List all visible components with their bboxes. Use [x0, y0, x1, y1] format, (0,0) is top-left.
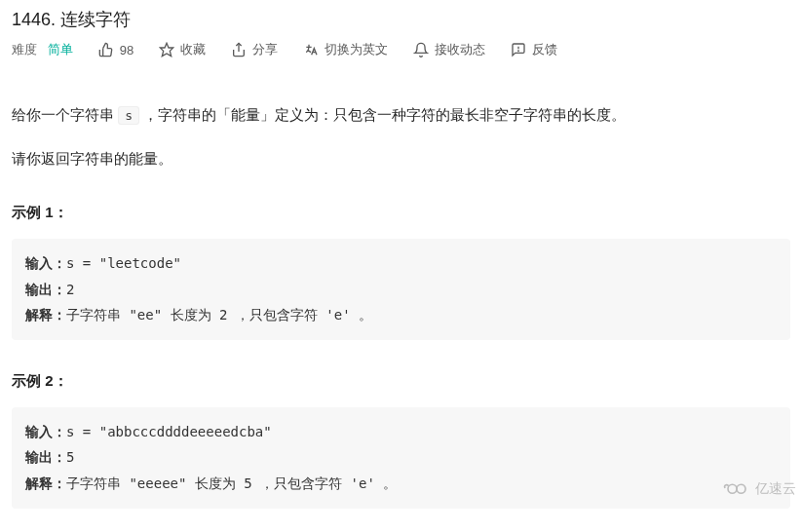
explain-value: 子字符串 "ee" 长度为 2 ，只包含字符 'e' 。 [66, 307, 372, 323]
input-label: 输入： [25, 255, 66, 271]
output-value: 5 [66, 449, 74, 465]
feedback-label: 反馈 [532, 41, 557, 58]
watermark-text: 亿速云 [755, 480, 796, 498]
difficulty-value: 简单 [48, 42, 73, 57]
feedback-icon [511, 42, 526, 57]
watermark: 亿速云 [722, 478, 796, 501]
subscribe-button[interactable]: 接收动态 [413, 41, 485, 58]
favorite-label: 收藏 [180, 41, 206, 58]
p1-prefix: 给你一个字符串 [12, 106, 118, 123]
problem-description: 给你一个字符串 s ，字符串的「能量」定义为：只包含一种字符的最长非空子字符串的… [12, 74, 790, 509]
svg-point-4 [728, 484, 737, 493]
watermark-logo-icon [722, 478, 751, 501]
explain-label: 解释： [25, 475, 66, 491]
output-label: 输出： [25, 449, 66, 465]
like-count: 98 [120, 43, 134, 57]
like-button[interactable]: 98 [98, 42, 134, 57]
share-icon [231, 42, 247, 57]
explain-value: 子字符串 "eeeee" 长度为 5 ，只包含字符 'e' 。 [66, 475, 397, 491]
svg-point-5 [737, 484, 745, 493]
example-1-block: 输入：s = "leetcode" 输出：2 解释：子字符串 "ee" 长度为 … [12, 239, 790, 340]
example-2-block: 输入：s = "abbcccddddeeeeedcba" 输出：5 解释：子字符… [12, 407, 790, 509]
example-2-title: 示例 2： [12, 367, 790, 394]
feedback-button[interactable]: 反馈 [511, 41, 557, 58]
svg-marker-0 [161, 43, 173, 56]
output-value: 2 [66, 282, 74, 297]
description-p1: 给你一个字符串 s ，字符串的「能量」定义为：只包含一种字符的最长非空子字符串的… [12, 101, 790, 128]
input-value: s = "abbcccddddeeeeedcba" [66, 424, 272, 439]
output-label: 输出： [25, 282, 66, 297]
share-button[interactable]: 分享 [231, 41, 278, 58]
favorite-button[interactable]: 收藏 [159, 41, 206, 58]
thumbs-up-icon [98, 42, 114, 57]
difficulty-label: 难度 [12, 42, 37, 57]
bell-icon [413, 42, 429, 57]
difficulty-group: 难度 简单 [12, 41, 73, 58]
switch-lang-label: 切换为英文 [325, 41, 388, 58]
description-p2: 请你返回字符串的能量。 [12, 145, 790, 171]
svg-point-3 [518, 51, 519, 52]
subscribe-label: 接收动态 [435, 41, 485, 58]
p1-suffix: ，字符串的「能量」定义为：只包含一种字符的最长非空子字符串的长度。 [139, 106, 626, 123]
share-label: 分享 [252, 41, 278, 58]
star-icon [159, 42, 174, 57]
input-label: 输入： [25, 424, 66, 439]
translate-icon [303, 42, 319, 57]
action-bar: 难度 简单 98 收藏 分享 切换为英文 [12, 41, 790, 74]
input-value: s = "leetcode" [66, 255, 181, 271]
problem-title: 1446. 连续字符 [12, 0, 790, 41]
switch-lang-button[interactable]: 切换为英文 [303, 41, 388, 58]
explain-label: 解释： [25, 307, 66, 323]
example-1-title: 示例 1： [12, 199, 790, 225]
inline-code-s: s [118, 106, 139, 125]
